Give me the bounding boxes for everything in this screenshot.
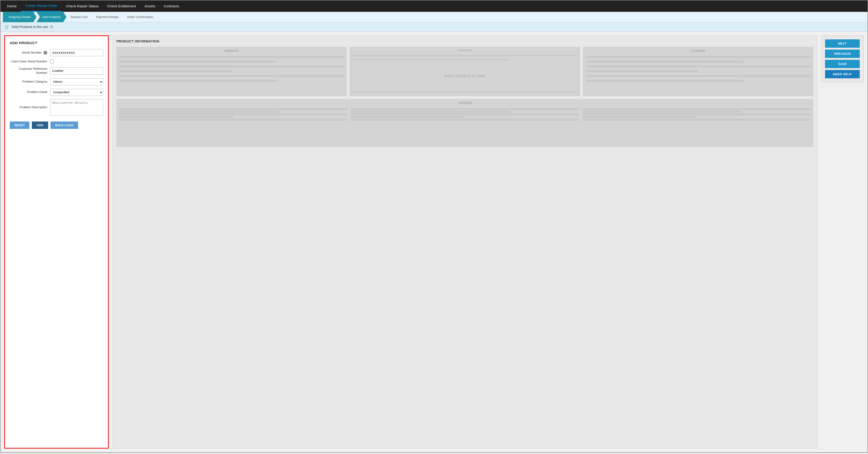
cart-total-label: Total Products in the cart : 0 bbox=[11, 25, 53, 29]
card-line bbox=[119, 119, 347, 121]
card-line bbox=[352, 91, 577, 93]
bottom-col-1 bbox=[119, 108, 347, 121]
product-info-panel: PRODUCT INFORMATION bbox=[113, 35, 817, 449]
card-line bbox=[351, 119, 579, 121]
steps-bar: Shipping Details Add Products Review Car… bbox=[0, 12, 868, 22]
no-serial-checkbox[interactable] bbox=[50, 60, 54, 63]
product-info-title: PRODUCT INFORMATION bbox=[117, 39, 813, 43]
reset-button[interactable]: RESET bbox=[10, 122, 29, 129]
problem-desc-label: Problem Description bbox=[10, 105, 50, 110]
nav-check-entitlement[interactable]: Check Entitlement bbox=[103, 0, 140, 12]
need-help-button[interactable]: NEED HELP bbox=[825, 70, 860, 78]
add-product-title: ADD PRODUCT bbox=[10, 41, 103, 45]
card-line bbox=[119, 114, 347, 115]
serial-number-input[interactable] bbox=[50, 49, 103, 56]
step-payment-details[interactable]: Payment Details bbox=[92, 12, 123, 22]
nav-assets[interactable]: Assets bbox=[140, 0, 159, 12]
card-handle-1 bbox=[224, 50, 239, 52]
card-line bbox=[119, 75, 344, 77]
card-line bbox=[586, 70, 698, 72]
cart-icon: 🛒 bbox=[4, 24, 9, 29]
card-line bbox=[586, 75, 811, 77]
card-line bbox=[582, 119, 811, 121]
card-line bbox=[119, 116, 233, 118]
card-line bbox=[352, 55, 577, 56]
card-line bbox=[119, 80, 276, 82]
step-order-confirmation[interactable]: Order Confirmation bbox=[123, 12, 158, 22]
card-line bbox=[119, 111, 279, 113]
card-handle-3 bbox=[691, 50, 705, 52]
problem-desc-textarea[interactable] bbox=[50, 99, 103, 116]
card-line bbox=[352, 59, 510, 60]
card-line bbox=[351, 114, 579, 115]
product-card-3 bbox=[583, 47, 813, 96]
save-button[interactable]: SAVE bbox=[825, 60, 860, 68]
no-serial-row: I don't have Serial Number bbox=[10, 60, 103, 64]
card-line bbox=[586, 65, 811, 67]
step-review-cart[interactable]: Review Cart bbox=[66, 12, 92, 22]
right-sidebar: NEXT PREVIOUS SAVE NEED HELP bbox=[821, 35, 864, 82]
nav-contracts[interactable]: Contracts bbox=[159, 0, 183, 12]
cust-ref-row: Customer ReferenceNumber bbox=[10, 67, 103, 75]
card-line bbox=[119, 61, 276, 63]
no-serial-label: I don't have Serial Number bbox=[10, 60, 50, 64]
previous-button[interactable]: PREVIOUS bbox=[825, 50, 860, 58]
card-line bbox=[351, 111, 510, 113]
serial-number-info-icon[interactable]: i bbox=[43, 51, 47, 55]
nav-create-repair-order[interactable]: Create Repair Order bbox=[21, 0, 62, 12]
card-line bbox=[119, 56, 344, 58]
bulk-load-button[interactable]: BULK LOAD bbox=[51, 122, 78, 129]
card-line bbox=[582, 108, 811, 110]
bottom-col-3 bbox=[582, 108, 811, 121]
add-product-panel: ADD PRODUCT Serial Number i I don't have… bbox=[4, 35, 109, 449]
card-line bbox=[351, 108, 579, 110]
card-line bbox=[582, 111, 742, 113]
add-button[interactable]: ADD bbox=[32, 122, 48, 129]
serial-number-row: Serial Number i bbox=[10, 49, 103, 56]
card-handle-2 bbox=[458, 50, 472, 51]
problem-category-label: Problem Category bbox=[10, 80, 50, 84]
card-line bbox=[586, 80, 743, 82]
card-line bbox=[586, 56, 811, 58]
product-card-grid-top: Add a product to view bbox=[117, 47, 813, 96]
serial-number-label: Serial Number i bbox=[10, 51, 50, 55]
next-button[interactable]: NEXT bbox=[825, 39, 860, 48]
main-content: ADD PRODUCT Serial Number i I don't have… bbox=[0, 32, 868, 452]
product-card-2: Add a product to view bbox=[350, 47, 580, 96]
nav-check-repair-status[interactable]: Check Repair Status bbox=[62, 0, 103, 12]
action-buttons: RESET ADD BULK LOAD bbox=[10, 122, 103, 129]
bottom-col-2 bbox=[351, 108, 579, 121]
step-add-products[interactable]: Add Products bbox=[36, 12, 66, 22]
problem-desc-row: Problem Description bbox=[10, 99, 103, 116]
card-line bbox=[351, 116, 465, 118]
top-nav: Home Create Repair Order Check Repair St… bbox=[0, 0, 868, 12]
add-product-placeholder: Add a product to view bbox=[352, 62, 577, 89]
card-line bbox=[119, 70, 231, 72]
card-line bbox=[119, 108, 347, 110]
card-line bbox=[119, 65, 344, 67]
product-card-bottom bbox=[117, 99, 813, 147]
card-handle-bottom bbox=[458, 102, 472, 104]
problem-detail-label: Problem Detail bbox=[10, 90, 50, 94]
card-line bbox=[582, 114, 811, 115]
cust-ref-input[interactable] bbox=[50, 67, 103, 74]
card-line bbox=[582, 116, 696, 118]
problem-category-row: Problem Category Others Hardware Softwar… bbox=[10, 78, 103, 85]
cart-bar: 🛒 Total Products in the cart : 0 bbox=[0, 22, 868, 32]
product-card-1 bbox=[117, 47, 346, 96]
step-shipping-details[interactable]: Shipping Details bbox=[3, 12, 36, 22]
nav-home[interactable]: Home bbox=[3, 0, 21, 12]
problem-category-select[interactable]: Others Hardware Software Network bbox=[50, 78, 103, 85]
problem-detail-select[interactable]: Unspecified Screen Battery Other bbox=[50, 89, 103, 96]
problem-detail-row: Problem Detail Unspecified Screen Batter… bbox=[10, 89, 103, 96]
cust-ref-label: Customer ReferenceNumber bbox=[10, 67, 50, 75]
card-line bbox=[586, 61, 743, 63]
